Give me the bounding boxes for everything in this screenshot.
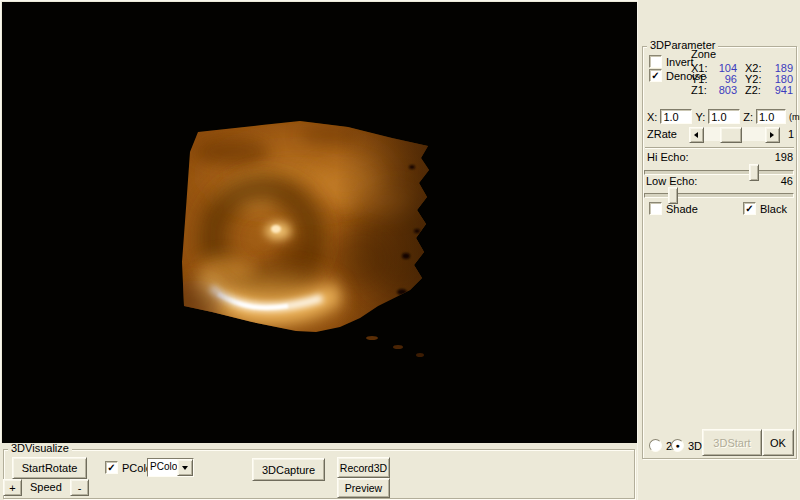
speed-label: Speed [30, 481, 62, 493]
invert-label: Invert [666, 56, 694, 68]
check-icon: ✓ [745, 204, 753, 213]
hi-echo-slider-thumb[interactable] [749, 164, 759, 181]
black-label: Black [760, 203, 787, 215]
parameter-groupbox: 3DParameter Invert ✓ Denoise Zone X1: 10… [642, 46, 797, 459]
pcolor-dropdown-value: PColor [148, 459, 177, 476]
shade-label: Shade [666, 203, 698, 215]
pcolor-dropdown[interactable]: PColor [147, 458, 194, 477]
record3d-button[interactable]: Record3D [337, 457, 390, 478]
scale-inputs-row: X: Y: Z: (mm/p) [647, 109, 800, 124]
zrate-scrollbar[interactable] [689, 127, 780, 141]
zone-z1-label: Z1: [691, 85, 717, 96]
visualize-panel: 3DVisualize StartRotate + Speed - ✓ PCol… [0, 443, 637, 500]
ultrasound-volume-render [2, 2, 637, 443]
arrow-right-icon [770, 132, 774, 138]
zrate-row: ZRate 1 [647, 127, 794, 141]
zone-z1-value: 803 [717, 85, 737, 96]
invert-checkbox-box[interactable] [649, 55, 662, 68]
x-scale-input[interactable] [660, 109, 692, 124]
x-scale-label: X: [647, 111, 657, 123]
speed-plus-button[interactable]: + [3, 479, 22, 496]
app-window: 3DParameter Invert ✓ Denoise Zone X1: 10… [0, 0, 800, 500]
shade-checkbox[interactable]: Shade [649, 202, 698, 215]
separator [645, 147, 794, 149]
hi-echo-value: 198 [775, 151, 793, 163]
mode-3d-radio-circle[interactable]: ● [671, 439, 684, 452]
zone-label: Zone [691, 48, 716, 60]
preview-button[interactable]: Preview [337, 478, 390, 498]
radio-dot-icon: ● [675, 442, 679, 449]
mode-3d-label: 3D [688, 440, 702, 452]
zrate-value: 1 [788, 128, 794, 140]
check-icon: ✓ [107, 463, 115, 472]
scroll-left-button[interactable] [689, 127, 704, 143]
start3d-button[interactable]: 3DStart [702, 429, 762, 456]
zone-z2-label: Z2: [737, 85, 769, 96]
render-viewport[interactable] [2, 2, 637, 443]
zrate-label: ZRate [647, 128, 689, 140]
visualize-groupbox-title: 3DVisualize [8, 443, 72, 454]
scroll-right-button[interactable] [765, 127, 780, 143]
hi-echo-label: Hi Echo: [647, 151, 689, 163]
denoise-checkbox-box[interactable]: ✓ [649, 69, 662, 82]
capture3d-button[interactable]: 3DCapture [252, 458, 325, 481]
mode-2d-radio-circle[interactable] [649, 439, 662, 452]
shade-checkbox-box[interactable] [649, 202, 662, 215]
pcolor-dropdown-button[interactable] [177, 459, 193, 476]
zone-z2-value: 941 [769, 85, 793, 96]
z-scale-label: Z: [743, 111, 753, 123]
y-scale-label: Y: [695, 111, 705, 123]
y-scale-input[interactable] [708, 109, 740, 124]
z-scale-input[interactable] [756, 109, 786, 124]
check-icon: ✓ [651, 71, 659, 80]
parameter-panel: 3DParameter Invert ✓ Denoise Zone X1: 10… [637, 0, 800, 500]
low-echo-slider-track[interactable] [644, 193, 794, 198]
low-echo-slider[interactable] [644, 187, 794, 203]
ok-button[interactable]: OK [762, 429, 794, 456]
low-echo-label: Low Echo: [646, 175, 697, 187]
mode-3d-radio[interactable]: ● 3D [671, 439, 702, 452]
zrate-scrollbar-track[interactable] [704, 127, 765, 141]
black-checkbox[interactable]: ✓ Black [743, 202, 787, 215]
arrow-left-icon [694, 132, 698, 138]
scale-unit-label: (mm/p) [789, 112, 800, 122]
speed-minus-button[interactable]: - [70, 479, 89, 496]
start-rotate-button[interactable]: StartRotate [12, 457, 87, 479]
low-echo-value: 46 [781, 175, 793, 187]
invert-checkbox[interactable]: Invert [649, 55, 694, 68]
zrate-scrollbar-thumb[interactable] [720, 127, 742, 143]
zone-values: Zone X1: 104 X2: 189 Y1: 96 Y2: 180 Z1: … [691, 49, 793, 96]
black-checkbox-box[interactable]: ✓ [743, 202, 756, 215]
pcolor-checkbox-box[interactable]: ✓ [105, 461, 118, 474]
chevron-down-icon [182, 466, 188, 470]
